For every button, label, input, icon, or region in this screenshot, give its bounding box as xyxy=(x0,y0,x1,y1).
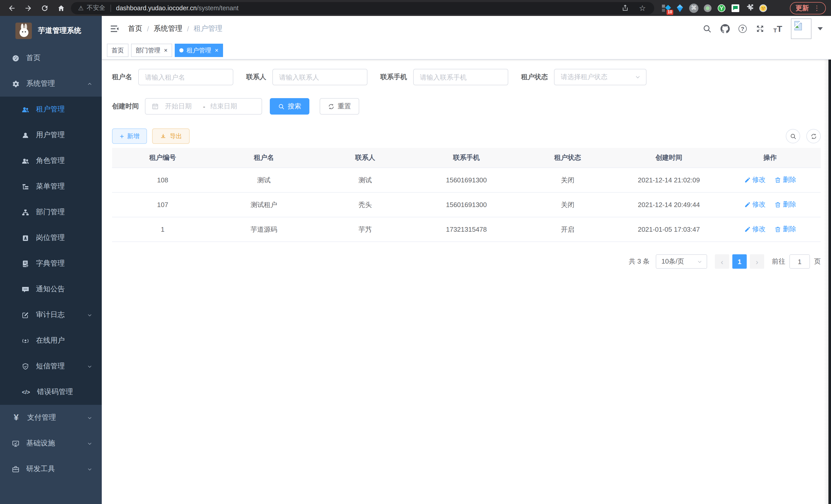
sidebar-item-label: 支付管理 xyxy=(27,413,56,422)
extension-icon-kite[interactable] xyxy=(675,3,685,12)
sidebar-item-label: 通知公告 xyxy=(36,285,65,294)
tab-tenant-management[interactable]: 租户管理 × xyxy=(175,44,223,57)
edit-link[interactable]: 修改 xyxy=(744,200,766,209)
mobile-input[interactable] xyxy=(413,69,508,85)
close-icon[interactable]: × xyxy=(164,47,168,53)
refresh-table-button[interactable] xyxy=(806,129,821,143)
sidebar-item-label: 菜单管理 xyxy=(36,182,65,191)
pagination: 共 3 条 10条/页 ‹ 1 › 前往 页 xyxy=(112,254,821,269)
scrollbar[interactable] xyxy=(828,16,831,504)
breadcrumb-home[interactable]: 首页 xyxy=(128,24,142,33)
browser-forward-button[interactable] xyxy=(22,1,35,14)
edit-link[interactable]: 修改 xyxy=(744,175,766,185)
delete-link[interactable]: 删除 xyxy=(775,200,796,209)
search-button[interactable]: 搜索 xyxy=(270,98,309,115)
extension-icon-dot[interactable] xyxy=(703,3,712,12)
sidebar-item-infrastructure[interactable]: 基础设施 xyxy=(0,431,102,456)
edit-link[interactable]: 修改 xyxy=(744,225,766,234)
browser-update-button[interactable]: 更新 ⋮ xyxy=(790,2,826,14)
refresh-icon xyxy=(810,133,817,140)
create-time-range-input[interactable]: 开始日期 - 结束日期 xyxy=(145,98,262,115)
sidebar-item-user-management[interactable]: 用户管理 xyxy=(0,122,102,148)
sidebar-item-label: 在线用户 xyxy=(36,336,65,345)
share-icon[interactable] xyxy=(620,3,630,12)
close-icon[interactable]: × xyxy=(215,47,219,53)
sidebar-item-dev-tools[interactable]: 研发工具 xyxy=(0,456,102,482)
browser-reload-button[interactable] xyxy=(38,1,51,14)
update-label: 更新 xyxy=(796,3,809,12)
cell-tenant-id: 108 xyxy=(112,168,213,192)
sidebar-item-label: 部门管理 xyxy=(36,208,65,217)
tab-home[interactable]: 首页 xyxy=(107,44,128,57)
page-size-select[interactable]: 10条/页 xyxy=(656,254,707,269)
breadcrumb-system[interactable]: 系统管理 xyxy=(154,24,182,33)
show-search-toggle-button[interactable] xyxy=(786,129,800,143)
page-suffix: 页 xyxy=(814,257,821,266)
sidebar-item-error-code-management[interactable]: </> 错误码管理 xyxy=(0,379,102,405)
menu-tree-icon xyxy=(22,183,29,190)
column-header: 租户状态 xyxy=(517,148,618,168)
avatar-caret-down-icon[interactable] xyxy=(818,27,823,30)
export-button[interactable]: 导出 xyxy=(152,128,190,144)
table-row: 108 测试 测试 15601691300 关闭 2021-12-14 21:0… xyxy=(112,168,821,192)
extension-icon-emoji[interactable] xyxy=(758,3,768,12)
bookmark-star-icon[interactable]: ☆ xyxy=(638,3,647,12)
tab-department-management[interactable]: 部门管理 × xyxy=(131,44,172,57)
extension-icon-chat[interactable] xyxy=(731,3,740,12)
extension-icon-squares[interactable]: 10 xyxy=(661,3,671,12)
sidebar-item-post-management[interactable]: 岗位管理 xyxy=(0,225,102,251)
goto-page-input[interactable] xyxy=(790,254,810,269)
sidebar-toggle-button[interactable] xyxy=(110,24,120,34)
pencil-icon xyxy=(744,201,751,208)
sidebar-item-online-users[interactable]: 在线用户 xyxy=(0,328,102,353)
page-content: 租户名 联系人 联系手机 租户状态 请选择租户状态 xyxy=(102,60,831,504)
browser-home-button[interactable] xyxy=(55,1,68,14)
delete-link[interactable]: 删除 xyxy=(775,175,796,185)
tenant-name-input[interactable] xyxy=(138,69,233,85)
extension-icon-y[interactable] xyxy=(717,3,726,12)
help-icon[interactable]: ? xyxy=(739,25,747,33)
sidebar-item-payment-management[interactable]: ¥ 支付管理 xyxy=(0,405,102,431)
cell-contact: 芋艿 xyxy=(315,217,416,242)
delete-link[interactable]: 删除 xyxy=(775,225,796,234)
contact-input[interactable] xyxy=(273,69,368,85)
extension-icon-command[interactable]: ⌘ xyxy=(689,3,698,12)
next-page-button[interactable]: › xyxy=(750,254,764,269)
column-header: 租户编号 xyxy=(112,148,213,168)
prev-page-button[interactable]: ‹ xyxy=(715,254,729,269)
sidebar-item-label: 角色管理 xyxy=(36,156,65,166)
sidebar-item-role-management[interactable]: 角色管理 xyxy=(0,148,102,174)
sidebar-item-notice[interactable]: 通知公告 xyxy=(0,276,102,302)
sidebar-item-tenant-management[interactable]: 租户管理 xyxy=(0,97,102,122)
sidebar-item-home[interactable]: 首页 xyxy=(0,45,102,71)
sidebar-item-menu-management[interactable]: 菜单管理 xyxy=(0,174,102,199)
font-size-icon[interactable]: TT xyxy=(773,24,782,33)
extension-icon-puzzle[interactable] xyxy=(745,3,754,12)
security-label[interactable]: 不安全 xyxy=(87,4,105,12)
reset-button[interactable]: 重置 xyxy=(320,98,359,115)
sidebar-item-system-management[interactable]: 系统管理 xyxy=(0,71,102,97)
sidebar-item-department-management[interactable]: 部门管理 xyxy=(0,199,102,225)
sidebar-item-audit-log[interactable]: 审计日志 xyxy=(0,302,102,328)
cell-mobile: 17321315478 xyxy=(416,217,517,242)
current-page-button[interactable]: 1 xyxy=(732,254,747,269)
sidebar-logo[interactable]: 芋道管理系统 xyxy=(0,16,102,45)
address-bar[interactable]: ⚠ 不安全 dashboard.yudao.iocoder.cn /system… xyxy=(71,2,654,14)
dictionary-icon xyxy=(22,260,29,267)
add-button[interactable]: + 新增 xyxy=(112,128,147,144)
browser-back-button[interactable] xyxy=(5,1,19,14)
start-date-placeholder: 开始日期 xyxy=(165,102,198,111)
tenant-name-label: 租户名 xyxy=(112,72,132,82)
trash-icon xyxy=(775,226,781,233)
sidebar-item-dict-management[interactable]: 字典管理 xyxy=(0,251,102,276)
github-icon[interactable] xyxy=(720,24,730,33)
announcement-icon xyxy=(22,286,29,293)
cell-tenant-name: 芋道源码 xyxy=(213,217,315,242)
browser-menu-icon[interactable]: ⋮ xyxy=(813,4,820,12)
status-select[interactable]: 请选择租户状态 xyxy=(554,69,647,85)
sidebar-item-sms-management[interactable]: 短信管理 xyxy=(0,353,102,379)
fullscreen-icon[interactable] xyxy=(755,24,765,33)
search-icon[interactable] xyxy=(703,24,712,33)
avatar[interactable] xyxy=(791,19,811,39)
column-header: 联系手机 xyxy=(416,148,517,168)
